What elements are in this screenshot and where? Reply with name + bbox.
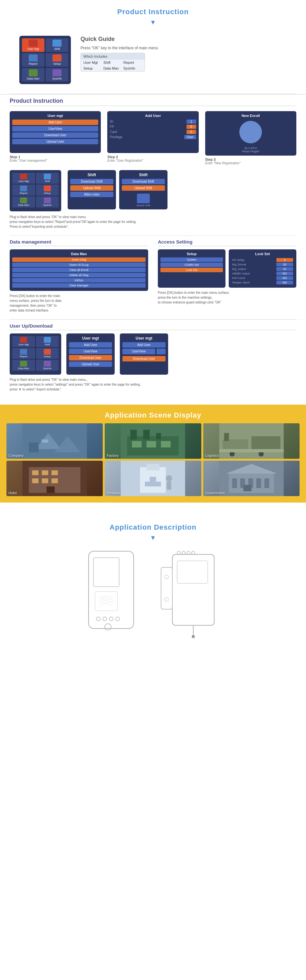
btn-clear-enroll[interactable]: Clear all Enroll	[12, 268, 146, 272]
btn-userview-u[interactable]: UserView	[69, 348, 112, 354]
btn-download-user-u2[interactable]: Download User	[123, 356, 166, 361]
btn-add-user-u2[interactable]: Add User	[123, 342, 166, 348]
user-screen2-btns: Add User UserView Download User	[123, 342, 166, 361]
ico	[20, 349, 27, 355]
quick-guide-desc: Press "OK" key to the interface of main …	[81, 46, 287, 50]
sysinfo-ico	[44, 197, 51, 203]
device-back-svg	[156, 548, 221, 644]
svg-rect-10	[132, 441, 142, 447]
dataman-ico	[20, 197, 27, 203]
step3-screen: New Enroll ID:1-FP:0 Press Fingerl	[205, 111, 296, 156]
user-screen1-btns: Add User UserView Download User Upload U…	[69, 342, 112, 367]
svg-rect-44	[243, 485, 251, 491]
svg-point-60	[164, 575, 169, 579]
access-setting-col: Access Setting Setup System COMM Set Loc…	[158, 239, 296, 313]
userview-fp-icon	[156, 348, 166, 354]
btn-delete-glog[interactable]: Delete all Glog	[12, 273, 146, 277]
device-icon-label: Report	[29, 62, 37, 65]
btn-initsys[interactable]: InitSys	[12, 278, 146, 283]
cell: Data Man	[104, 66, 122, 70]
btn-download-shift-1[interactable]: Download Shift	[70, 179, 113, 184]
svg-point-51	[116, 617, 120, 621]
icon-setup-u: Setup	[36, 348, 59, 359]
step1-btn-list: Add User UserView Download User Upload U…	[12, 119, 98, 144]
scene-company-label: Company	[8, 453, 24, 457]
field-id: ID 1	[110, 119, 196, 124]
device-icon-usermgt: User Mgt	[22, 38, 45, 52]
device-icon-label: Shift	[54, 47, 60, 51]
device-screenshot-main: User Mgt Shift Report Setup Data Man Sys…	[19, 36, 71, 84]
svg-rect-8	[143, 430, 150, 439]
data-access-section: Data management Data Man Down Glog Down …	[0, 236, 306, 319]
svg-rect-54	[177, 561, 208, 584]
btn-download-shift-2[interactable]: Download Shift	[122, 179, 165, 184]
btn-comm-set[interactable]: COMM Set	[160, 262, 223, 267]
usermgt-ico	[20, 173, 27, 180]
btn-upload-shift-2[interactable]: Upload Shift	[122, 185, 165, 191]
btn-upload-user-u[interactable]: Upload User	[69, 361, 112, 367]
icon-label: User Mgt	[18, 180, 29, 183]
scene-grid: Company Factory	[6, 423, 300, 496]
lockset-screen: Lock Set OD Delay 5 Wg_format 26 Wg_outp…	[229, 249, 296, 288]
pi2-title: Product Instruction	[10, 98, 296, 106]
btn-userview-u2[interactable]: UserView	[123, 348, 155, 354]
user-screen-1: User mgt Add User UserView Download User…	[66, 333, 115, 375]
svg-rect-28	[47, 487, 55, 493]
btn-down-all-glog[interactable]: Down All GLog	[12, 262, 146, 267]
arrow-icon: ▼	[0, 19, 306, 26]
cell: Setup	[83, 66, 102, 70]
field-card: Card 0	[110, 130, 196, 134]
scene-hospital: Hospital	[105, 461, 201, 496]
user-updown-note: Plug in flash drive and press "OK" to vi…	[10, 377, 296, 392]
shift-screen-2: Shift Download Shift Upload Shift Upload…	[119, 170, 167, 209]
btn-download-user-u[interactable]: Download User	[69, 355, 112, 361]
svg-rect-35	[167, 482, 171, 490]
ico	[44, 337, 51, 343]
device-icons-grid-user: User Mgt Shift Report Setup Data Man	[12, 336, 59, 371]
btn-add-user[interactable]: Add User	[12, 119, 98, 125]
icon-report-small: Report	[12, 185, 35, 196]
device-small-shift: User Mgt Shift Report Setup Data Man	[10, 170, 61, 212]
step2-desc: Enter "User Registration"	[107, 159, 198, 162]
btn-lock-set[interactable]: Lock Set	[160, 268, 223, 272]
scene-factory: Factory	[105, 423, 201, 459]
step1-screen-title: User mgt	[12, 114, 98, 118]
scene-hospital-label: Hospital	[107, 491, 120, 495]
svg-rect-59	[161, 567, 172, 609]
main-header: Product Instruction ▼	[0, 0, 306, 26]
lock-label: Wg_format	[232, 262, 276, 266]
field-card-label: Card	[110, 130, 117, 134]
btn-upload-shift-1[interactable]: Upload Shift	[70, 185, 113, 191]
svg-rect-16	[224, 433, 229, 441]
scene-logistics-label: Logistics	[205, 453, 219, 457]
btn-upload-user[interactable]: Upload User	[12, 139, 98, 144]
btn-atten-rules[interactable]: Atten rules	[70, 192, 113, 197]
icon-shift-u: Shift	[36, 336, 59, 347]
btn-download-user[interactable]: Download User	[12, 132, 98, 138]
btn-userview[interactable]: UserView	[12, 126, 98, 131]
lock-label: OD Delay	[232, 258, 276, 262]
svg-rect-12	[161, 441, 171, 447]
btn-system[interactable]: System	[160, 258, 223, 262]
app-description-section: Application Description ▼	[0, 509, 306, 659]
svg-point-49	[103, 617, 107, 621]
lock-row: Wg_format 26	[232, 262, 293, 266]
user-updown-section: User Up/Download User Mgt Shift Report	[0, 320, 306, 398]
field-fp-val: 0	[186, 125, 196, 129]
svg-rect-4	[42, 439, 48, 443]
data-management-note: Press [OK] button to enter the main menu…	[10, 293, 148, 313]
svg-rect-22	[32, 470, 39, 475]
icon-label: Shift	[45, 180, 50, 183]
management-screens: Data Man Down Glog Down All GLog Clear a…	[10, 249, 148, 291]
data-management-title: Data management	[10, 239, 148, 246]
btn-clear-manager[interactable]: Clear Manager	[12, 283, 146, 288]
btn-down-glog[interactable]: Down Glog	[12, 258, 146, 262]
svg-rect-27	[51, 479, 58, 483]
icon-label: Sysinfo	[43, 204, 51, 207]
svg-point-61	[164, 598, 169, 601]
svg-point-58	[192, 551, 195, 554]
btn-add-user-u[interactable]: Add User	[69, 342, 112, 348]
svg-rect-11	[147, 441, 156, 447]
ico	[20, 337, 27, 343]
lock-val: NO	[276, 281, 293, 285]
